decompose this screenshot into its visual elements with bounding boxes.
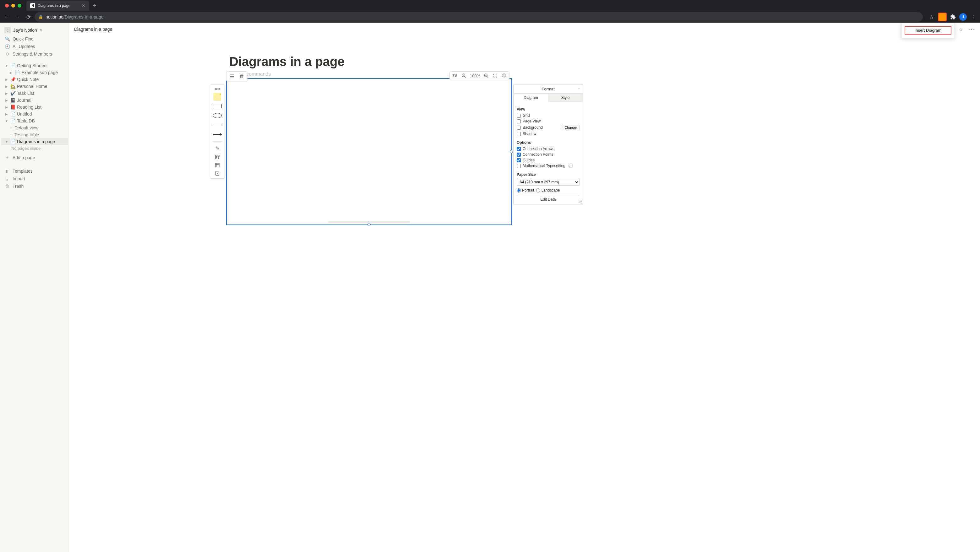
portrait-radio[interactable]: [517, 188, 521, 192]
pushpin-icon: 📌: [10, 77, 16, 82]
tab-style[interactable]: Style: [548, 94, 583, 102]
minimize-window-button[interactable]: [11, 4, 15, 8]
delete-icon[interactable]: 🗑: [239, 73, 245, 79]
notebook-icon: 📓: [10, 98, 16, 103]
close-window-button[interactable]: [5, 4, 9, 8]
page-task-list[interactable]: ▶ ✔️ Task List: [1, 90, 68, 97]
more-shapes-icon[interactable]: [215, 154, 220, 159]
forward-button[interactable]: →: [13, 13, 22, 21]
breadcrumb[interactable]: Diagrams in a page: [74, 27, 112, 32]
zoom-in-icon[interactable]: [484, 73, 489, 78]
chevron-right-icon[interactable]: ▶: [5, 112, 9, 116]
workspace-switcher[interactable]: J Jay's Notion ⇅: [1, 25, 68, 35]
page-getting-started[interactable]: ▼ 📄 Getting Started: [1, 62, 68, 69]
new-tab-button[interactable]: +: [93, 3, 96, 9]
drawio-extension-button[interactable]: [938, 13, 947, 21]
collapse-chevron-icon[interactable]: ⌃: [578, 87, 580, 91]
sidebar-settings-members[interactable]: ⚙ Settings & Members: [1, 50, 68, 58]
panel-resize-grip[interactable]: [579, 200, 582, 204]
page-journal[interactable]: ▶ 📓 Journal: [1, 97, 68, 103]
browser-tab[interactable]: N Diagrams in a page ✕: [26, 1, 89, 11]
insert-diagram-button[interactable]: Insert Diagram: [905, 26, 951, 35]
content-placeholder[interactable]: r commands: [69, 71, 980, 77]
maximize-window-button[interactable]: [18, 4, 21, 8]
rectangle-shape[interactable]: [213, 103, 222, 109]
close-circle-icon[interactable]: ⓧ: [501, 73, 507, 78]
sticky-note-shape[interactable]: [213, 94, 222, 100]
chevron-down-icon[interactable]: ▼: [5, 64, 9, 67]
line-shape[interactable]: [213, 122, 222, 128]
address-bar[interactable]: 🔒 notion.so/Diagrams-in-a-page: [35, 12, 923, 22]
edit-data-button[interactable]: Edit Data: [517, 195, 579, 202]
help-icon[interactable]: ?: [568, 164, 573, 168]
outline-map-icon[interactable]: 🗺: [452, 73, 458, 78]
zoom-level[interactable]: 100%: [470, 73, 480, 78]
page-default-view[interactable]: • Default view: [1, 124, 68, 131]
fullscreen-icon[interactable]: ⛶: [492, 73, 498, 78]
page-testing-table[interactable]: • Testing table: [1, 131, 68, 138]
chevron-right-icon[interactable]: ▶: [5, 105, 9, 109]
chevron-right-icon[interactable]: ▶: [5, 85, 9, 88]
guides-checkbox[interactable]: [517, 158, 521, 162]
add-a-page[interactable]: ＋ Add a page: [1, 154, 68, 162]
page-example-sub[interactable]: ▶ 📄 Example sub page: [1, 69, 68, 76]
landscape-radio[interactable]: [536, 188, 540, 192]
more-menu-button[interactable]: ⋯: [968, 26, 975, 33]
ellipse-shape[interactable]: [213, 112, 222, 119]
profile-avatar[interactable]: J: [959, 13, 967, 21]
page-reading-list[interactable]: ▶ 📕 Reading List: [1, 103, 68, 111]
text-tool-label[interactable]: Text: [215, 87, 220, 91]
sidebar-import[interactable]: ⭳ Import: [1, 175, 68, 183]
favorite-star-icon[interactable]: ☆: [958, 26, 964, 33]
page-icon: 📄: [10, 139, 16, 144]
page-title[interactable]: Diagrams in a page: [69, 55, 980, 69]
table-icon[interactable]: [215, 163, 220, 168]
no-pages-label: No pages inside: [11, 146, 41, 151]
reload-button[interactable]: ⟳: [24, 13, 33, 21]
page-view-checkbox[interactable]: [517, 119, 521, 123]
resize-handle-right[interactable]: [510, 150, 513, 153]
page-untitled[interactable]: ▶ 📄 Untitled: [1, 111, 68, 118]
arrow-shape[interactable]: [213, 131, 222, 138]
back-button[interactable]: ←: [3, 13, 11, 21]
chevron-right-icon[interactable]: ▶: [5, 99, 9, 102]
background-checkbox[interactable]: [517, 126, 521, 130]
extensions-puzzle-icon[interactable]: [948, 13, 958, 21]
tab-diagram[interactable]: Diagram: [514, 94, 548, 102]
portrait-radio-label[interactable]: Portrait: [517, 188, 534, 192]
page-table-db[interactable]: ▼ 📄 Table DB: [1, 118, 68, 124]
chevron-right-icon[interactable]: ▶: [9, 71, 13, 75]
grid-checkbox[interactable]: [517, 114, 521, 118]
page-personal-home[interactable]: ▶ 🏡 Personal Home: [1, 83, 68, 90]
chrome-menu-button[interactable]: ⋮: [969, 13, 977, 21]
connection-points-checkbox[interactable]: [517, 153, 521, 157]
chevron-down-icon[interactable]: ▼: [5, 119, 9, 123]
freehand-icon[interactable]: ✎: [215, 145, 220, 151]
svg-line-1: [465, 76, 466, 78]
zoom-out-icon[interactable]: [461, 73, 467, 78]
shadow-checkbox[interactable]: [517, 132, 521, 136]
sidebar-templates[interactable]: ◧ Templates: [1, 167, 68, 175]
diagram-canvas[interactable]: [226, 78, 512, 225]
sidebar-quick-find[interactable]: 🔍 Quick Find: [1, 35, 68, 43]
chevron-right-icon[interactable]: ▶: [5, 78, 9, 81]
page-diagrams-in-a-page[interactable]: ▼ 📄 Diagrams in a page: [1, 138, 68, 145]
math-typesetting-checkbox[interactable]: [517, 164, 521, 168]
page-quick-note[interactable]: ▶ 📌 Quick Note: [1, 76, 68, 83]
insert-template-icon[interactable]: [215, 171, 220, 176]
chevron-down-icon[interactable]: ▼: [5, 140, 9, 143]
sidebar-trash[interactable]: 🗑 Trash: [1, 183, 68, 190]
chevron-right-icon[interactable]: ▶: [5, 92, 9, 95]
landscape-radio-label[interactable]: Landscape: [536, 188, 560, 192]
connection-arrows-checkbox[interactable]: [517, 147, 521, 151]
change-background-button[interactable]: Change: [562, 125, 579, 130]
paper-size-select[interactable]: A4 (210 mm x 297 mm): [517, 179, 579, 186]
hamburger-menu-icon[interactable]: ☰: [229, 73, 235, 79]
svg-rect-7: [215, 155, 217, 157]
sidebar-all-updates[interactable]: 🕘 All Updates: [1, 43, 68, 50]
bookmark-star-icon[interactable]: ☆: [927, 13, 936, 21]
close-tab-button[interactable]: ✕: [82, 3, 86, 8]
resize-handle-bottom[interactable]: [368, 223, 371, 226]
format-panel-header[interactable]: Format ⌃: [514, 85, 583, 94]
add-page-label: Add a page: [13, 155, 35, 160]
